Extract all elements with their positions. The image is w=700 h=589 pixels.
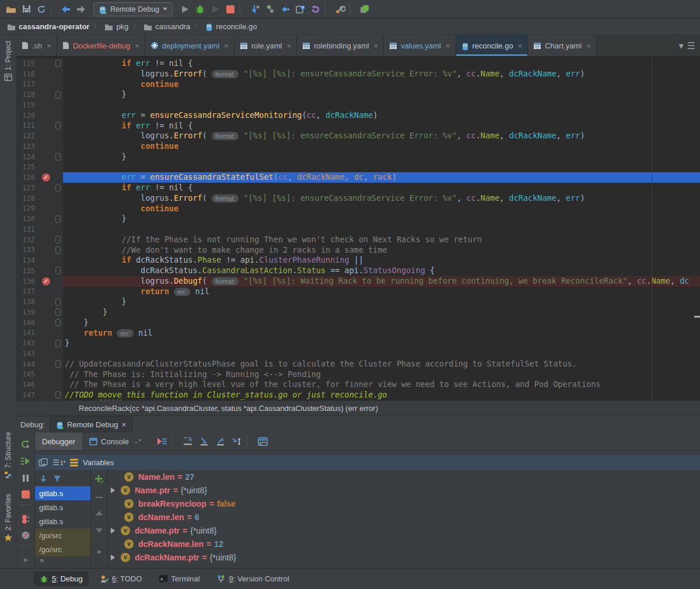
breakpoint-gutter[interactable] (38, 100, 54, 110)
breakpoint-gutter[interactable] (38, 390, 54, 400)
line-number[interactable]: 136 (16, 276, 38, 287)
breakpoint-gutter[interactable] (38, 183, 54, 193)
breakpoint-gutter[interactable] (38, 121, 54, 131)
run-with-coverage-button[interactable] (208, 2, 223, 16)
close-icon[interactable]: × (286, 41, 291, 50)
debug-session-tab[interactable]: Remote Debug × (50, 416, 132, 433)
breakpoint-gutter[interactable] (38, 379, 54, 390)
breakpoint-gutter[interactable] (38, 193, 54, 204)
close-icon[interactable]: × (586, 41, 591, 50)
debugger-tab-debugger[interactable]: Debugger (35, 433, 82, 450)
variable-row[interactable]: vbreakResyncloop=false (107, 497, 700, 510)
close-icon[interactable]: × (518, 41, 523, 50)
line-number[interactable]: 118 (16, 89, 38, 100)
run-to-cursor-icon[interactable] (229, 434, 245, 448)
breadcrumb-item[interactable]: cassandra-operator (5, 22, 92, 31)
line-number[interactable]: 134 (16, 255, 38, 266)
line-number[interactable]: 137 (16, 287, 38, 297)
threads-view-icon[interactable]: 1* (52, 458, 65, 466)
breakpoint-gutter[interactable] (38, 152, 54, 162)
statusbar-item-terminal[interactable]: >_Terminal (153, 571, 205, 586)
fold-gutter[interactable] (54, 58, 63, 69)
line-number[interactable]: 135 (16, 266, 38, 276)
variable-row[interactable]: vdcName.len=6 (107, 510, 700, 524)
breakpoint-icon[interactable]: ✓ (38, 172, 54, 183)
close-icon[interactable]: × (135, 41, 139, 50)
editor-tab-deployment-yaml[interactable]: deployment.yaml× (145, 35, 235, 56)
line-number[interactable]: 141 (16, 328, 38, 339)
variable-row[interactable]: vName.len=27 (107, 470, 700, 483)
breakpoint-gutter[interactable] (38, 69, 54, 79)
fold-gutter[interactable] (54, 390, 63, 400)
debugger-tab-console[interactable]: Console→* (82, 433, 148, 450)
mute-breakpoints-button[interactable] (16, 527, 34, 544)
line-number[interactable]: 125 (16, 162, 38, 173)
breakpoint-gutter[interactable] (38, 287, 54, 297)
fold-gutter[interactable] (54, 266, 63, 276)
line-number[interactable]: 124 (16, 152, 38, 162)
stop-debug-button[interactable] (16, 486, 34, 503)
statusbar-item-todo[interactable]: 6: TODO (94, 571, 148, 586)
line-number[interactable]: 117 (16, 79, 38, 90)
editor-tab-values-yaml[interactable]: values.yaml× (384, 35, 456, 56)
scroll-down-icon[interactable] (96, 528, 103, 533)
code-editor[interactable]: 115 if err != nil {116 logrus.Errorf( fo… (16, 57, 700, 400)
fold-gutter[interactable] (54, 79, 63, 90)
fold-gutter[interactable] (54, 183, 63, 193)
more-actions-chevron[interactable]: » (16, 551, 34, 568)
open-folder-icon[interactable] (4, 2, 19, 16)
variables-menu-icon[interactable] (70, 458, 78, 468)
editor-tab-chart-yaml[interactable]: Chart.yaml× (528, 35, 596, 56)
line-number[interactable]: 128 (16, 193, 38, 204)
fold-gutter[interactable] (54, 110, 63, 121)
fold-gutter[interactable] (54, 379, 63, 390)
fold-gutter[interactable] (54, 297, 63, 307)
expand-arrow-icon[interactable] (111, 528, 115, 534)
expand-arrow-icon[interactable] (111, 487, 115, 493)
line-number[interactable]: 122 (16, 131, 38, 141)
commit-icon[interactable] (262, 2, 278, 16)
run-button[interactable] (177, 2, 192, 16)
breakpoint-gutter[interactable] (38, 255, 54, 266)
editor-tab--sh[interactable]: .sh× (16, 35, 57, 56)
breadcrumb-item[interactable]: cassandra (141, 22, 192, 31)
breakpoint-gutter[interactable] (38, 266, 54, 276)
fold-gutter[interactable] (54, 235, 63, 245)
rollback-icon[interactable] (308, 2, 323, 16)
fold-gutter[interactable] (54, 245, 63, 256)
close-icon[interactable]: × (374, 41, 379, 50)
breakpoint-gutter[interactable] (38, 58, 54, 69)
step-into-icon[interactable] (196, 434, 212, 448)
fold-gutter[interactable] (54, 141, 63, 152)
breakpoint-gutter[interactable] (38, 110, 54, 121)
line-number[interactable]: 127 (16, 183, 38, 193)
line-number[interactable]: 147 (16, 390, 38, 400)
line-number[interactable]: 120 (16, 110, 38, 121)
line-number[interactable]: 129 (16, 204, 38, 214)
debug-button[interactable] (192, 2, 208, 16)
stop-button[interactable] (223, 2, 238, 16)
breakpoint-gutter[interactable] (38, 204, 54, 214)
editor-tab-dockerfile-debug[interactable]: Dockerfile-debug× (57, 35, 145, 56)
fold-gutter[interactable] (54, 193, 63, 204)
tool-strip-button-favorites[interactable]: 2: Favorites (0, 494, 16, 542)
frames-panel-icon[interactable]: s (38, 458, 48, 466)
variable-row[interactable]: vdcName.ptr={*uint8} (107, 524, 700, 537)
fold-gutter[interactable] (54, 318, 63, 328)
fold-gutter[interactable] (54, 69, 63, 79)
breakpoint-gutter[interactable] (38, 328, 54, 339)
line-number[interactable]: 130 (16, 214, 38, 224)
update-project-icon[interactable] (247, 2, 262, 16)
line-number[interactable]: 115 (16, 58, 38, 69)
run-configuration-dropdown[interactable]: Remote Debug (93, 2, 173, 16)
editor-tab-role-yaml[interactable]: role.yaml× (235, 35, 297, 56)
line-number[interactable]: 132 (16, 235, 38, 245)
fold-gutter[interactable] (54, 255, 63, 266)
step-over-icon[interactable] (180, 434, 196, 448)
editor-tab-rolebinding-yaml[interactable]: rolebinding.yaml× (297, 35, 384, 56)
breakpoint-gutter[interactable] (38, 307, 54, 318)
fold-gutter[interactable] (54, 131, 63, 141)
frame-row[interactable]: gitlab.s (35, 486, 90, 500)
filter-icon[interactable] (53, 475, 61, 483)
fold-gutter[interactable] (54, 287, 63, 297)
